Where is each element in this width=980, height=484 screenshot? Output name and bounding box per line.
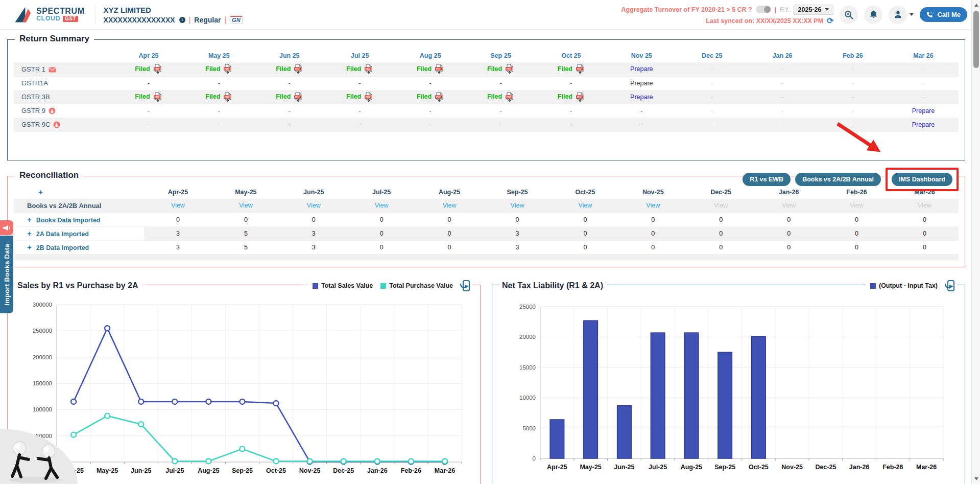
data-value: 0 — [651, 244, 655, 251]
data-value: 0 — [923, 230, 926, 237]
pdf-download-icon[interactable]: PDF — [435, 92, 444, 102]
legend-item[interactable]: (Output - Input Tax) — [870, 282, 938, 289]
phone-icon — [926, 11, 934, 18]
view-link[interactable]: View — [578, 202, 592, 209]
data-value: 0 — [719, 244, 723, 251]
view-link: View — [782, 202, 796, 209]
view-link[interactable]: View — [239, 202, 253, 209]
return-row-label: GSTR 9 — [14, 104, 113, 118]
table-row: Books vs 2A/2B AnnualViewViewViewViewVie… — [14, 199, 959, 213]
empty-cell: - — [640, 121, 642, 128]
svg-text:20000: 20000 — [519, 334, 536, 340]
svg-text:Nov-25: Nov-25 — [299, 467, 321, 474]
view-link[interactable]: View — [307, 202, 321, 209]
prepare-link[interactable]: Prepare — [630, 80, 653, 87]
expand-icon[interactable]: + — [27, 243, 32, 251]
empty-cell: - — [781, 107, 783, 114]
month-header: May-25 — [212, 185, 280, 199]
prepare-link[interactable]: Prepare — [630, 94, 653, 101]
pdf-download-icon[interactable]: PDF — [294, 64, 303, 74]
data-value: 3 — [176, 230, 180, 237]
pdf-download-icon[interactable]: PDF — [364, 92, 373, 102]
prepare-link[interactable]: Prepare — [912, 107, 935, 114]
announcements-tab[interactable] — [0, 220, 13, 235]
month-header: Sep 25 — [466, 49, 536, 62]
view-link: View — [714, 202, 728, 209]
prepare-link[interactable]: Prepare — [630, 65, 653, 73]
notifications-button[interactable] — [864, 6, 882, 24]
data-value: 0 — [719, 216, 723, 223]
view-link[interactable]: View — [375, 202, 389, 209]
month-header: Apr 25 — [113, 49, 184, 62]
data-value: 0 — [651, 230, 655, 237]
scrollbar-thumb[interactable] — [973, 11, 979, 68]
view-link[interactable]: View — [646, 202, 660, 209]
expand-icon[interactable]: + — [27, 215, 32, 224]
export-icon[interactable] — [458, 279, 473, 292]
fy-dropdown[interactable]: 2025-26 — [794, 5, 834, 15]
pdf-download-icon[interactable]: PDF — [576, 92, 585, 102]
svg-text:May-25: May-25 — [580, 464, 601, 471]
view-link[interactable]: View — [443, 202, 457, 209]
month-header: Jul 25 — [325, 49, 395, 62]
search-button[interactable] — [840, 6, 858, 24]
expand-icon[interactable]: + — [27, 229, 32, 238]
pdf-download-icon[interactable]: PDF — [153, 64, 162, 74]
pdf-download-icon[interactable]: PDF — [364, 64, 373, 74]
refresh-icon[interactable]: ⟳ — [827, 17, 833, 25]
info-icon[interactable]: i — [179, 17, 185, 23]
recon-row-label: +2B Data Imported — [14, 240, 144, 254]
import-books-data-tab[interactable]: Import Books Data — [0, 236, 13, 313]
pdf-download-icon[interactable]: PDF — [153, 92, 162, 102]
empty-cell: - — [711, 80, 713, 87]
pdf-download-icon[interactable]: PDF — [576, 64, 585, 74]
month-header: Nov 25 — [606, 49, 677, 62]
recon-button-r1-vs-ewb[interactable]: R1 vs EWB — [743, 173, 791, 186]
legend-item[interactable]: Total Purchase Value — [380, 282, 453, 289]
legend-item[interactable]: Total Sales Value — [313, 282, 373, 289]
data-value: 0 — [855, 216, 858, 223]
pdf-download-icon[interactable]: PDF — [294, 92, 303, 102]
pdf-download-icon[interactable]: PDF — [223, 64, 232, 74]
account-chevron-icon[interactable] — [910, 13, 914, 16]
call-me-button[interactable]: Call Me — [920, 7, 967, 22]
svg-text:PDF: PDF — [436, 67, 441, 71]
turnover-toggle[interactable] — [756, 6, 771, 13]
recon-button-books-vs-2a-2b-annual[interactable]: Books vs 2A/2B Annual — [795, 173, 881, 186]
month-header: May 25 — [184, 49, 254, 62]
empty-cell: - — [570, 80, 572, 87]
data-value: 0 — [923, 216, 926, 223]
filed-status: Filed — [346, 65, 361, 73]
expand-all-icon[interactable]: + — [38, 188, 43, 196]
divider: | — [224, 16, 226, 24]
recon-button-ims-dashboard[interactable]: IMS Dashboard — [892, 173, 952, 186]
svg-text:PDF: PDF — [577, 95, 582, 98]
return-row-label: GSTR1A — [14, 76, 113, 90]
pdf-download-icon[interactable]: PDF — [505, 92, 514, 102]
view-link[interactable]: View — [511, 202, 524, 209]
scroll-down-arrow[interactable] — [972, 475, 980, 483]
bell-icon — [869, 10, 878, 19]
filed-status: Filed — [205, 65, 220, 73]
empty-cell: - — [429, 107, 431, 114]
scroll-up-arrow[interactable] — [972, 1, 980, 9]
table-row: GSTR 1 Filed PDF Filed PDF Filed PDF Fil… — [14, 62, 959, 76]
view-link[interactable]: View — [171, 202, 185, 209]
last-synced-text: Last synced on: XX/XX/2025 XX:XX PM — [706, 17, 823, 25]
download-circle-icon — [49, 107, 56, 114]
svg-text:Dec-25: Dec-25 — [333, 467, 354, 474]
pdf-download-icon[interactable]: PDF — [223, 92, 232, 102]
empty-cell: - — [781, 65, 783, 73]
prepare-link[interactable]: Prepare — [912, 121, 935, 128]
svg-text:200000: 200000 — [33, 354, 52, 360]
account-button[interactable] — [889, 6, 907, 24]
pdf-download-icon[interactable]: PDF — [505, 64, 514, 74]
empty-cell: - — [148, 80, 150, 87]
svg-text:May-25: May-25 — [97, 467, 118, 474]
pdf-download-icon[interactable]: PDF — [435, 64, 444, 74]
export-icon[interactable] — [942, 279, 958, 292]
registration-type: Regular — [194, 16, 221, 24]
month-header: Apr-25 — [144, 185, 212, 199]
empty-cell: - — [148, 121, 150, 128]
month-header: Jun-25 — [280, 185, 348, 199]
